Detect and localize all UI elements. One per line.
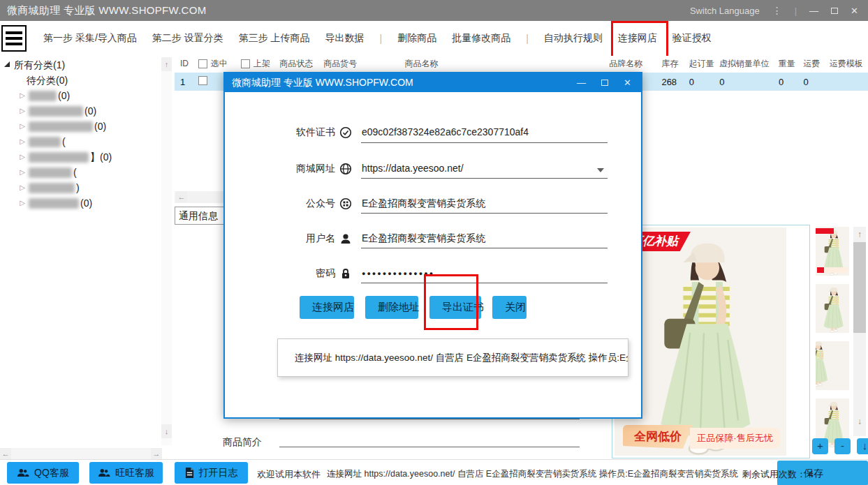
guarantee-badge: 正品保障·售后无忧 — [690, 428, 780, 449]
minimize-icon[interactable]: — — [809, 6, 818, 16]
toolbar-item[interactable]: 连接网店 — [618, 32, 657, 45]
dialog-maximize-icon[interactable] — [601, 80, 608, 86]
checkbox[interactable] — [198, 59, 207, 68]
tree-vertical-scrollbar[interactable]: ↑ ↓ — [161, 57, 172, 445]
expanded-triangle-icon[interactable] — [4, 61, 10, 67]
checkbox[interactable] — [241, 59, 250, 68]
scroll-down-icon[interactable]: ↓ — [853, 414, 866, 429]
tree-item[interactable]: ▷( — [0, 134, 173, 149]
collapsed-triangle-icon[interactable]: ▷ — [18, 88, 27, 103]
toolbar-item[interactable]: 第三步 上传商品 — [239, 32, 310, 45]
dropdown-caret-icon[interactable] — [597, 168, 604, 172]
tree-item[interactable]: ▷】(0) — [0, 149, 173, 165]
scroll-down-icon[interactable]: ↓ — [161, 424, 172, 438]
category-tree: 所有分类(1)待分类(0)▷(0)▷(0)▷(0)▷(▷】(0)▷(▷)▷(0) — [0, 56, 173, 211]
close-icon[interactable]: ✕ — [851, 6, 858, 16]
column-header[interactable]: 上架 — [235, 58, 279, 70]
tree-item[interactable]: ▷( — [0, 165, 173, 180]
export-cert-button[interactable]: 导出证书 — [429, 296, 481, 319]
remove-image-button[interactable]: - — [834, 438, 851, 454]
more-options-icon[interactable]: ⋮ — [772, 5, 782, 16]
certificate-value[interactable]: e09c02f387324e82a6c7ce2307710af4 — [362, 126, 608, 137]
wangwang-support-button[interactable]: 旺旺客服 — [89, 462, 163, 484]
app-window: 微商城助理 专业版 WWW.SHOPFW.COM Switch Language… — [0, 0, 868, 485]
dialog-close-icon[interactable]: ✕ — [624, 77, 631, 88]
scrollbar-thumb[interactable] — [853, 242, 866, 333]
collapsed-triangle-icon[interactable]: ▷ — [18, 180, 27, 195]
product-thumbnail[interactable] — [816, 227, 849, 276]
connect-store-dialog: 微商城助理 专业版 WWW.SHOPFW.COM — ✕ 软件证书 e09c02… — [223, 72, 642, 419]
row-checkbox[interactable] — [198, 76, 207, 85]
tree-item[interactable]: ▷(0) — [0, 103, 173, 119]
table-cell: 0 — [803, 77, 829, 87]
column-header[interactable]: 商品名称 — [405, 58, 610, 70]
toolbar-divider: | — [380, 33, 383, 44]
collapsed-triangle-icon[interactable]: ▷ — [18, 165, 27, 180]
scroll-left-icon[interactable]: ← — [0, 448, 11, 459]
form-field-label: 商品简介 — [171, 436, 262, 449]
product-thumbnail[interactable] — [816, 284, 849, 333]
scroll-left-icon[interactable]: ← — [176, 191, 187, 202]
maximize-icon[interactable] — [831, 8, 838, 14]
tree-item[interactable]: ▷(0) — [0, 119, 173, 134]
delete-address-button[interactable]: 删除地址 — [365, 296, 418, 319]
collapsed-triangle-icon[interactable]: ▷ — [18, 195, 27, 211]
column-header[interactable]: 运费 — [803, 58, 829, 70]
keyword-input-underline[interactable] — [279, 419, 580, 419]
column-header[interactable]: 选中 — [193, 58, 235, 70]
column-header[interactable]: 虚拟销量 — [719, 58, 752, 70]
column-header[interactable]: 品牌名称 — [609, 58, 661, 70]
lock-icon — [339, 267, 352, 280]
tree-item[interactable]: 待分类(0) — [0, 73, 173, 88]
tree-item[interactable]: ▷) — [0, 180, 173, 195]
scroll-right-icon[interactable]: → — [151, 448, 162, 459]
dialog-title: 微商城助理 专业版 WWW.SHOPFW.COM — [232, 77, 413, 89]
toolbar-item[interactable]: 批量修改商品 — [452, 32, 510, 45]
check-circle-icon — [339, 126, 352, 139]
column-header[interactable]: 重量 — [779, 58, 803, 70]
toolbar-item[interactable]: 第二步 设置分类 — [152, 32, 223, 45]
table-cell: 268 — [661, 77, 689, 87]
close-button[interactable]: 关闭 — [492, 296, 527, 319]
tree-item[interactable]: ▷(0) — [0, 88, 173, 103]
tab-general-info[interactable]: 通用信息 — [175, 207, 228, 225]
thumbnail-scrollbar[interactable]: ↑ ↓ — [853, 227, 866, 436]
toolbar-item[interactable]: 导出数据 — [325, 32, 365, 45]
tree-item[interactable]: ▷(0) — [0, 195, 173, 211]
connect-store-button[interactable]: 连接网店 — [300, 296, 354, 319]
username-value[interactable]: E企盈招商裂变营销卖货系统 — [362, 232, 608, 245]
move-down-button[interactable]: ↓ — [857, 438, 868, 454]
add-image-button[interactable]: + — [812, 438, 828, 454]
column-header[interactable]: 运费模板 — [830, 58, 868, 70]
collapsed-triangle-icon[interactable]: ▷ — [18, 134, 27, 149]
user-icon — [339, 232, 352, 245]
scroll-up-icon[interactable]: ↑ — [161, 57, 172, 71]
column-header[interactable]: 起订量 — [689, 58, 719, 70]
open-log-button[interactable]: 打开日志 — [175, 462, 248, 484]
column-header[interactable]: 库存 — [661, 58, 689, 70]
thumbnail-list — [816, 227, 851, 456]
collapsed-triangle-icon[interactable]: ▷ — [18, 119, 27, 134]
dialog-minimize-icon[interactable]: — — [577, 77, 586, 88]
qq-support-button[interactable]: QQ客服 — [7, 462, 79, 484]
column-header[interactable]: ID — [175, 59, 193, 68]
toolbar-item[interactable]: 删除商品 — [397, 32, 436, 45]
toolbar-item[interactable]: 自动执行规则 — [544, 32, 603, 45]
toolbar-item[interactable]: 第一步 采集/导入商品 — [43, 32, 137, 45]
column-header[interactable]: 单位 — [752, 58, 778, 70]
collapsed-triangle-icon[interactable]: ▷ — [18, 149, 27, 165]
column-header[interactable]: 商品货号 — [323, 58, 404, 70]
product-thumbnail[interactable] — [816, 341, 849, 390]
tree-horizontal-scrollbar[interactable]: ← → — [0, 448, 162, 459]
column-header[interactable]: 商品状态 — [279, 58, 323, 70]
tree-root[interactable]: 所有分类(1) — [0, 57, 173, 73]
store-url-value[interactable]: https://data.yeesoo.net/ — [362, 163, 608, 174]
collapsed-triangle-icon[interactable]: ▷ — [18, 103, 27, 119]
password-value[interactable]: ●●●●●●●●●●●●●● — [362, 267, 608, 280]
official-account-value[interactable]: E企盈招商裂变营销卖货系统 — [362, 197, 608, 210]
scroll-up-icon[interactable]: ↑ — [853, 227, 866, 242]
intro-input-underline[interactable] — [279, 447, 580, 447]
toolbar-item[interactable]: 验证授权 — [672, 32, 712, 45]
hamburger-menu-icon[interactable] — [1, 25, 27, 52]
switch-language-button[interactable]: Switch Language — [690, 6, 760, 16]
